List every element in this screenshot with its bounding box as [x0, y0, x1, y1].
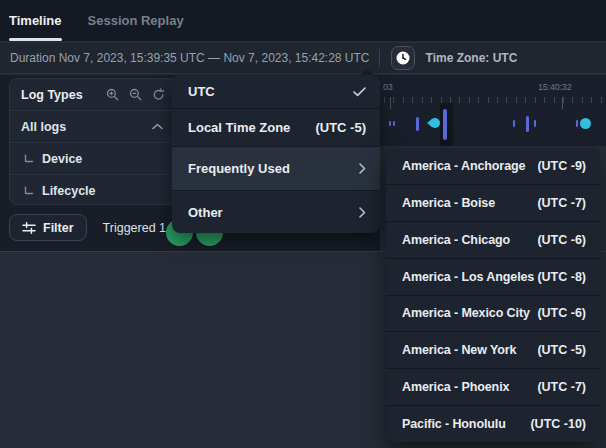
filter-row: Filter Triggered 1 of 4 — [9, 214, 190, 241]
tab-timeline[interactable]: Timeline — [9, 0, 62, 41]
timeline-event-cyan-dot[interactable] — [580, 118, 591, 129]
log-types-panel: Log Types All logsDeviceLifecycle — [9, 78, 177, 205]
tab-bar: Timeline Session Replay — [0, 0, 606, 42]
menu-item-other[interactable]: Other — [172, 190, 380, 233]
submenu-item-america-anchorage[interactable]: America - Anchorage(UTC -9) — [386, 148, 600, 184]
chevron-right-icon — [359, 207, 366, 218]
log-type-label: All logs — [21, 120, 152, 134]
ruler-tick — [488, 97, 489, 103]
submenu-item-label: America - New York — [402, 343, 537, 357]
app-window: Timeline Session Replay Duration Nov 7, … — [0, 0, 606, 448]
chevron-right-icon — [359, 163, 366, 174]
ruler-tick — [422, 97, 423, 103]
menu-item-value: (UTC -5) — [315, 120, 366, 135]
submenu-item-label: America - Boise — [402, 196, 537, 210]
tree-branch-icon — [23, 154, 34, 164]
menu-item-utc[interactable]: UTC — [172, 75, 380, 108]
submenu-item-america-phoenix[interactable]: America - Phoenix(UTC -7) — [386, 368, 600, 405]
menu-item-label: Frequently Used — [188, 161, 359, 176]
duration-toolbar: Duration Nov 7, 2023, 15:39:35 UTC — Nov… — [0, 43, 606, 74]
timeline-event-dot-m[interactable] — [576, 120, 578, 127]
submenu-item-label: America - Phoenix — [402, 380, 537, 394]
timeline-event-dot-m[interactable] — [534, 120, 536, 127]
reset-zoom-icon[interactable] — [152, 88, 165, 101]
submenu-item-offset: (UTC -7) — [537, 380, 586, 394]
filter-button-label: Filter — [43, 221, 74, 235]
ruler-tick — [591, 97, 592, 103]
submenu-item-offset: (UTC -9) — [537, 159, 586, 173]
timezone-label: Time Zone: UTC — [426, 51, 518, 65]
timeline-event-bar-m[interactable] — [526, 116, 529, 132]
ruler-tick — [572, 97, 573, 103]
ruler-tick — [497, 97, 498, 103]
submenu-item-label: America - Anchorage — [402, 159, 537, 173]
log-panel-header: Log Types — [10, 79, 176, 110]
submenu-item-label: Pacific - Honolulu — [402, 417, 530, 431]
submenu-item-america-mexico-city[interactable]: America - Mexico City(UTC -6) — [386, 295, 600, 332]
timeline-event-dot-s[interactable] — [389, 121, 391, 126]
submenu-item-america-los-angeles[interactable]: America - Los Angeles(UTC -8) — [386, 258, 600, 295]
toolbar-divider — [379, 49, 380, 67]
filter-button[interactable]: Filter — [9, 214, 87, 241]
ruler-tick — [516, 97, 517, 103]
ruler-tick — [582, 97, 583, 103]
ruler-tick — [506, 97, 507, 103]
ruler-major-tick — [390, 97, 391, 109]
menu-item-frequently-used[interactable]: Frequently Used — [172, 146, 380, 190]
timeline-event-bar-tall[interactable] — [443, 109, 447, 140]
timezone-button[interactable] — [391, 46, 415, 70]
timeline-event-dot-m[interactable] — [513, 120, 515, 127]
ruler-tick — [535, 97, 536, 103]
submenu-item-pacific-honolulu[interactable]: Pacific - Honolulu(UTC -10) — [386, 405, 600, 442]
timeline-ruler[interactable]: 0315:40:32 — [380, 75, 606, 146]
zoom-in-icon[interactable] — [106, 88, 119, 101]
log-type-label: Lifecycle — [42, 184, 165, 198]
submenu-item-label: America - Los Angeles — [402, 270, 537, 284]
submenu-item-america-new-york[interactable]: America - New York(UTC -5) — [386, 331, 600, 368]
log-type-row-lifecycle[interactable]: Lifecycle — [10, 174, 176, 205]
log-type-row-device[interactable]: Device — [10, 142, 176, 174]
duration-text: Duration Nov 7, 2023, 15:39:35 UTC — Nov… — [10, 51, 370, 65]
timeline-event-dot-s[interactable] — [393, 121, 395, 126]
log-panel-title: Log Types — [21, 88, 106, 102]
time-label: 03 — [383, 82, 393, 92]
clock-icon — [395, 50, 411, 66]
submenu-item-america-chicago[interactable]: America - Chicago(UTC -6) — [386, 221, 600, 258]
submenu-item-offset: (UTC -10) — [530, 417, 586, 431]
ruler-tick — [601, 97, 602, 103]
ruler-tick — [544, 97, 545, 103]
check-icon — [353, 87, 366, 97]
ruler-tick — [525, 97, 526, 103]
time-label: 15:40:32 — [538, 82, 571, 92]
timezone-menu-rows: UTCLocal Time Zone(UTC -5)Frequently Use… — [172, 75, 380, 233]
log-panel-rows: All logsDeviceLifecycle — [10, 110, 176, 205]
submenu-item-offset: (UTC -7) — [537, 196, 586, 210]
timeline-event-marker[interactable] — [427, 118, 440, 129]
tab-session-replay[interactable]: Session Replay — [88, 0, 184, 41]
submenu-item-offset: (UTC -5) — [537, 343, 586, 357]
log-panel-actions — [106, 88, 165, 101]
ruler-major-tick — [562, 97, 563, 109]
timezone-submenu: America - Anchorage(UTC -9)America - Boi… — [386, 148, 600, 442]
chevron-up-icon[interactable] — [152, 123, 163, 130]
submenu-item-offset: (UTC -6) — [537, 233, 586, 247]
ruler-tick — [412, 97, 413, 103]
ruler-tick — [554, 97, 555, 103]
log-type-row-all-logs[interactable]: All logs — [10, 110, 176, 142]
timezone-menu: UTCLocal Time Zone(UTC -5)Frequently Use… — [172, 75, 380, 233]
ruler-tick — [563, 97, 564, 103]
tree-branch-icon — [23, 186, 34, 196]
menu-item-local-time-zone[interactable]: Local Time Zone(UTC -5) — [172, 108, 380, 146]
filter-icon — [22, 222, 36, 234]
timeline-event-bar-s[interactable] — [416, 117, 419, 131]
submenu-item-offset: (UTC -8) — [537, 270, 586, 284]
submenu-item-america-boise[interactable]: America - Boise(UTC -7) — [386, 184, 600, 221]
zoom-out-icon[interactable] — [129, 88, 142, 101]
ruler-tick — [403, 97, 404, 103]
submenu-item-label: America - Chicago — [402, 233, 537, 247]
ruler-tick — [459, 97, 460, 103]
submenu-item-offset: (UTC -6) — [537, 306, 586, 320]
menu-item-label: UTC — [188, 84, 353, 99]
ruler-tick — [478, 97, 479, 103]
menu-item-label: Local Time Zone — [188, 120, 315, 135]
